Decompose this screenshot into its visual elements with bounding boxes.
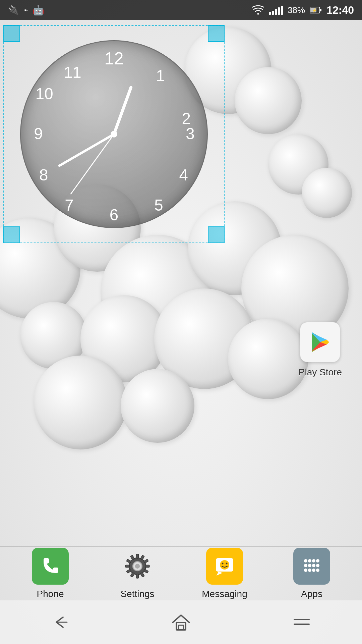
svg-text:3: 3: [186, 125, 194, 143]
svg-point-41: [222, 563, 224, 565]
svg-text:5: 5: [154, 196, 163, 214]
svg-text:12: 12: [104, 49, 123, 68]
status-right-icons: 38% ⚡ 12:40: [252, 4, 354, 16]
svg-text:6: 6: [110, 206, 118, 224]
clock-face: 12 1 2 3 4 5 6 7 8 9 10: [20, 40, 208, 228]
clock-widget[interactable]: 12 1 2 3 4 5 6 7 8 9 10: [3, 25, 225, 243]
usb-icon: 🔌: [8, 5, 19, 15]
svg-point-44: [308, 559, 311, 562]
svg-rect-25: [140, 555, 145, 560]
svg-rect-32: [126, 569, 131, 574]
messaging-svg: [213, 555, 236, 578]
menu-icon: [292, 615, 312, 629]
home-icon: [171, 613, 191, 632]
play-store-logo: [308, 330, 332, 354]
settings-label: Settings: [120, 589, 154, 599]
svg-point-47: [304, 564, 307, 567]
corner-handle-tr[interactable]: [208, 25, 225, 42]
svg-text:⚡: ⚡: [312, 8, 317, 13]
svg-point-46: [316, 559, 319, 562]
dock-item-phone[interactable]: Phone: [13, 548, 87, 599]
svg-text:11: 11: [64, 63, 81, 81]
clock-circle: 12 1 2 3 4 5 6 7 8 9 10: [20, 40, 208, 228]
messaging-label: Messaging: [202, 589, 247, 599]
dock: Phone: [0, 547, 362, 600]
svg-line-19: [71, 134, 114, 194]
svg-rect-33: [125, 565, 130, 567]
svg-point-42: [226, 563, 228, 565]
phone-icon: [32, 548, 69, 585]
dock-item-apps[interactable]: Apps: [275, 548, 349, 599]
svg-rect-34: [126, 559, 131, 564]
phone-label: Phone: [37, 589, 64, 599]
svg-point-51: [304, 569, 307, 572]
signal-icon: [269, 5, 283, 15]
svg-rect-56: [178, 625, 184, 630]
phone-svg: [40, 555, 61, 577]
svg-text:1: 1: [156, 67, 165, 85]
battery-percent: 38%: [288, 5, 305, 15]
messaging-icon: [206, 548, 243, 585]
settings-icon: [119, 548, 156, 585]
svg-point-37: [135, 564, 140, 569]
corner-handle-bl[interactable]: [3, 226, 20, 243]
svg-text:10: 10: [36, 85, 53, 103]
svg-rect-30: [136, 574, 138, 578]
svg-point-40: [220, 560, 229, 570]
back-button[interactable]: [47, 612, 74, 632]
svg-marker-39: [217, 572, 223, 576]
svg-point-45: [312, 559, 315, 562]
svg-point-54: [316, 569, 319, 572]
gear-svg: [122, 551, 153, 581]
back-icon: [50, 614, 70, 631]
svg-point-52: [308, 569, 311, 572]
svg-rect-29: [140, 572, 145, 577]
apps-grid-svg: [300, 555, 323, 578]
nav-bar: [0, 600, 362, 644]
play-store-icon-bg: [300, 322, 340, 362]
play-store-label: Play Store: [299, 367, 342, 378]
svg-point-50: [316, 564, 319, 567]
dock-item-settings[interactable]: Settings: [101, 548, 174, 599]
apps-label: Apps: [301, 589, 322, 599]
wifi-icon: [252, 5, 264, 15]
svg-rect-24: [136, 554, 138, 558]
svg-line-18: [114, 88, 131, 134]
menu-button[interactable]: [288, 612, 315, 632]
svg-text:8: 8: [39, 166, 48, 184]
svg-point-48: [308, 564, 311, 567]
status-left-icons: 🔌 ⌁ 🤖: [8, 5, 44, 16]
svg-point-49: [312, 564, 315, 567]
apps-icon: [293, 548, 330, 585]
usb-data-icon: ⌁: [23, 6, 28, 14]
svg-rect-35: [130, 555, 135, 560]
svg-text:9: 9: [34, 125, 43, 143]
svg-rect-1: [320, 9, 321, 11]
battery-charging-icon: ⚡: [310, 6, 322, 14]
home-button[interactable]: [168, 612, 194, 632]
svg-point-20: [111, 131, 117, 138]
clock-numbers-svg: 12 1 2 3 4 5 6 7 8 9 10: [21, 41, 207, 227]
svg-rect-28: [143, 569, 148, 574]
play-store-icon[interactable]: Play Store: [299, 322, 342, 378]
corner-handle-br[interactable]: [208, 226, 225, 243]
svg-text:4: 4: [179, 166, 188, 184]
dock-item-messaging[interactable]: Messaging: [188, 548, 261, 599]
svg-rect-31: [130, 572, 135, 577]
svg-rect-27: [145, 565, 149, 567]
android-icon: 🤖: [33, 5, 44, 16]
svg-rect-55: [176, 623, 186, 630]
svg-rect-26: [143, 559, 148, 564]
svg-line-17: [59, 134, 114, 166]
status-time: 12:40: [326, 4, 354, 16]
corner-handle-tl[interactable]: [3, 25, 20, 42]
svg-point-53: [312, 569, 315, 572]
status-bar: 🔌 ⌁ 🤖 38% ⚡ 12:4: [0, 0, 362, 20]
svg-point-43: [304, 559, 307, 562]
svg-text:7: 7: [65, 196, 73, 214]
